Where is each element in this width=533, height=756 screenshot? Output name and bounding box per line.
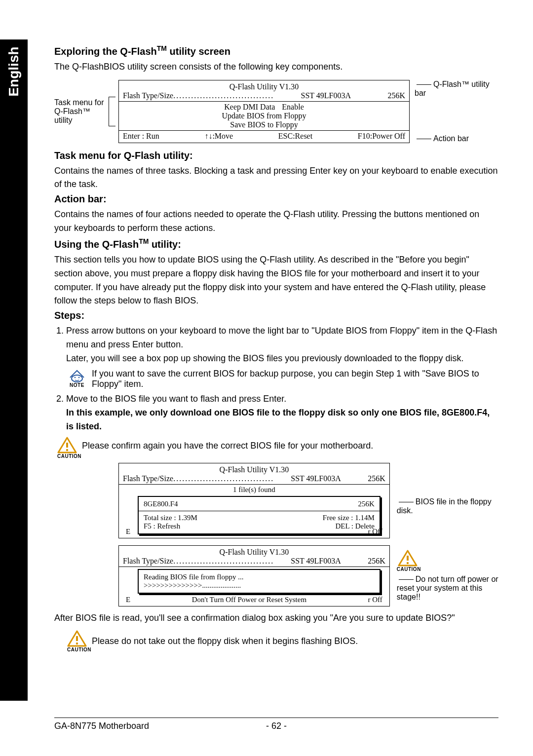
svg-rect-5: [407, 556, 409, 561]
after-read-text: After BIOS file is read, you'll see a co…: [54, 611, 498, 625]
bios-screen-2: Q-Flash Utility V1.30 Flash Type/Size...…: [118, 463, 390, 538]
svg-point-4: [66, 449, 68, 451]
exploring-text: The Q-FlashBIOS utility screen consists …: [54, 60, 498, 74]
page-number: - 62 -: [266, 721, 287, 731]
side-strip: [0, 104, 28, 701]
caution-icon-3: CAUTION: [67, 630, 87, 652]
heading-actionbar: Action bar:: [54, 193, 498, 205]
heading-exploring: Exploring the Q-FlashTM utility screen: [54, 44, 498, 57]
bios-screen-1: Task menu for Q-Flash™ utility Q-Flash U…: [54, 80, 498, 143]
bios-action-row: Enter : Run ↑↓:Move ESC:Reset F10:Power …: [123, 132, 405, 141]
svg-rect-3: [66, 443, 68, 448]
step-1: Press arrow buttons on your keyboard to …: [66, 324, 498, 366]
bios-screen-3: Q-Flash Utility V1.30 Flash Type/Size...…: [118, 545, 390, 606]
bios-flash-row: Flash Type/Size.........................…: [123, 91, 405, 100]
svg-point-2: [78, 377, 80, 378]
bios-screens-lower: Q-Flash Utility V1.30 Flash Type/Size...…: [118, 463, 498, 606]
actionbar-text: Contains the names of four actions neede…: [54, 208, 498, 235]
svg-point-1: [75, 377, 76, 378]
callout-left: Task menu for Q-Flash™ utility: [54, 80, 118, 143]
page-footer: GA-8N775 Motherboard - 62 -: [54, 718, 498, 731]
svg-rect-7: [76, 636, 78, 641]
svg-point-6: [407, 562, 409, 564]
language-tab: English: [0, 39, 28, 104]
caution-icon: CAUTION: [57, 437, 77, 459]
svg-point-8: [76, 642, 78, 644]
note-icon: NOTE: [67, 369, 87, 388]
heading-steps: Steps:: [54, 310, 498, 321]
callout-bios-file: BIOS file in the floppy disk.: [397, 497, 498, 515]
note-block: NOTE If you want to save the current BIO…: [67, 369, 498, 389]
page-content: Exploring the Q-FlashTM utility screen T…: [54, 0, 498, 652]
using-text: This section tells you how to update BIO…: [54, 253, 498, 308]
caution-block-1: CAUTION Please confirm again you have th…: [57, 437, 498, 459]
bios-title: Q-Flash Utility V1.30: [123, 82, 405, 91]
step-2: Move to the BIOS file you want to flash …: [66, 392, 498, 434]
footer-model: GA-8N775 Motherboard: [54, 721, 149, 731]
taskmenu-text: Contains the names of three tasks. Block…: [54, 164, 498, 192]
caution-icon-2: CAUTION: [397, 550, 419, 572]
caution-block-2: CAUTION Please do not take out the flopp…: [67, 630, 498, 652]
heading-taskmenu: Task menu for Q-Flash utility:: [54, 150, 498, 161]
callout-right: Q-Flash™ utility bar Action bar: [410, 80, 498, 143]
callout-dont-power-off: Do not turn off power or reset your syst…: [397, 575, 498, 602]
heading-using: Using the Q-FlashTM utility:: [54, 237, 498, 250]
